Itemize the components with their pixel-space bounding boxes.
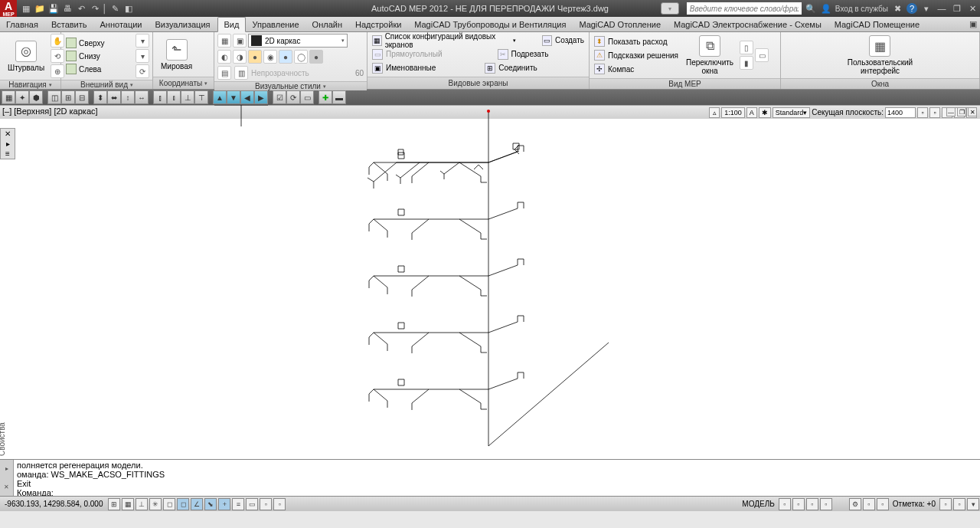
tab-magicad-электроснабжение---схемы[interactable]: MagiCAD Электроснабжение - Схемы: [668, 17, 828, 31]
tab-надстройки[interactable]: Надстройки: [349, 17, 408, 31]
sb-snap-icon[interactable]: ⊞: [108, 498, 120, 510]
cmdline-handle[interactable]: ▸✕: [0, 460, 14, 496]
vport-named[interactable]: ▣Именованные⊞Соединить: [371, 61, 586, 74]
switch-windows-button[interactable]: ⧉ Переключить окна: [681, 34, 738, 77]
vs-btn2-icon[interactable]: ▣: [233, 34, 247, 48]
qat-item2-icon[interactable]: ◧: [122, 2, 135, 15]
search-go-icon[interactable]: 🔍: [805, 2, 817, 15]
sb-dyn-icon[interactable]: +: [218, 498, 230, 510]
help-icon[interactable]: ?: [906, 3, 917, 14]
sb-m2-icon[interactable]: ▫: [792, 498, 805, 510]
ribbon-collapse-icon[interactable]: ▣: [966, 17, 980, 31]
status-model[interactable]: МОДЕЛЬ: [739, 500, 777, 508]
sb-g2-icon[interactable]: ▫: [863, 498, 875, 510]
mep-sm1-icon[interactable]: ▯: [740, 41, 753, 54]
minimize-icon[interactable]: —: [936, 2, 948, 15]
vs-c-icon[interactable]: ●: [248, 50, 262, 64]
sb-otrack-icon[interactable]: ∠: [191, 498, 203, 510]
close-icon[interactable]: ✕: [966, 2, 978, 15]
tb-6-icon[interactable]: ⊟: [75, 90, 89, 104]
sb-ortho-icon[interactable]: ⊥: [136, 498, 148, 510]
qat-save-icon[interactable]: 💾: [47, 2, 60, 15]
user-interface-button[interactable]: ▦ Пользовательский интерфейс: [843, 34, 917, 77]
sb-g3-icon[interactable]: ▫: [877, 498, 889, 510]
tab-управление[interactable]: Управление: [246, 17, 305, 31]
world-ucs-button[interactable]: ⬑ Мировая: [156, 38, 197, 72]
view-dd1-icon[interactable]: ▾: [136, 34, 149, 48]
qat-open-icon[interactable]: 📁: [34, 2, 46, 15]
sb-qp-icon[interactable]: ▭: [246, 498, 258, 510]
tb-15-icon[interactable]: ▲: [213, 90, 227, 104]
tb-7-icon[interactable]: ⬍: [93, 90, 107, 104]
tb-10-icon[interactable]: ↔: [135, 90, 149, 104]
mep-flow[interactable]: ⬍Показать расход: [593, 35, 680, 48]
tb-13-icon[interactable]: ⊥: [181, 90, 194, 104]
qat-undo-icon[interactable]: ↶: [75, 2, 87, 15]
panel-navigation[interactable]: Навигация: [0, 80, 60, 89]
login-link[interactable]: Вход в службы: [835, 5, 888, 13]
tb-5-icon[interactable]: ⊞: [61, 90, 75, 104]
tb-23-icon[interactable]: ▬: [332, 90, 346, 104]
tab-magicad-трубопроводы-и-вентиляция[interactable]: MagiCAD Трубопроводы и Вентиляция: [408, 17, 573, 31]
sb-osnap-icon[interactable]: ◻: [163, 498, 175, 510]
sb-m4-icon[interactable]: ▫: [820, 498, 832, 510]
sb-grid-icon[interactable]: ▦: [122, 498, 134, 510]
mep-compass[interactable]: ✢Компас: [593, 63, 680, 76]
workspace-dropdown[interactable]: ▾: [661, 2, 679, 15]
view-bottom[interactable]: Снизу: [64, 50, 106, 62]
tab-magicad-отопление[interactable]: MagiCAD Отопление: [573, 17, 668, 31]
panel-visual-styles[interactable]: Визуальные стили: [214, 81, 367, 90]
command-line[interactable]: полняется регенерация модели.оманда: WS_…: [14, 460, 980, 496]
sb-ducs-icon[interactable]: ⬊: [204, 498, 217, 510]
qat-item-icon[interactable]: ✎: [109, 2, 121, 15]
sb-lw-icon[interactable]: ≡: [232, 498, 244, 510]
sb-r2-icon[interactable]: ▫: [953, 498, 965, 510]
sb-r3-icon[interactable]: ▾: [967, 498, 979, 510]
steering-wheel-button[interactable]: ◎ Штурвалы: [3, 39, 49, 74]
vport-config-list[interactable]: ▦Список конфигураций видовых экранов▾▭Со…: [371, 34, 586, 47]
tb-11-icon[interactable]: ⫿: [153, 90, 167, 104]
sb-m1-icon[interactable]: ▫: [779, 498, 791, 510]
vs-h-icon[interactable]: ▤: [217, 66, 231, 80]
tab-онлайн[interactable]: Онлайн: [306, 17, 349, 31]
panel-coordinates[interactable]: Координаты: [153, 77, 214, 89]
app-logo[interactable]: MEP: [0, 0, 17, 17]
view-left[interactable]: Слева: [64, 63, 106, 75]
search-input[interactable]: [687, 2, 802, 15]
tab-вставить[interactable]: Вставить: [45, 17, 94, 31]
tb-3-icon[interactable]: ⬢: [29, 90, 43, 104]
panel-windows[interactable]: Окна: [781, 78, 979, 89]
tab-аннотации[interactable]: Аннотации: [94, 17, 149, 31]
tb-9-icon[interactable]: ↕: [121, 90, 135, 104]
tb-12-icon[interactable]: ⫾: [167, 90, 181, 104]
panel-mep-view[interactable]: Вид MEP: [590, 78, 780, 89]
view-refresh-icon[interactable]: ⟳: [136, 64, 149, 78]
tab-главная[interactable]: Главная: [0, 17, 45, 31]
status-elevation[interactable]: Отметка: +0: [890, 500, 939, 508]
vs-f-icon[interactable]: ◯: [294, 50, 308, 64]
maximize-icon[interactable]: ❐: [951, 2, 963, 15]
vs-i-icon[interactable]: ▥: [234, 66, 248, 80]
view-dd2-icon[interactable]: ▾: [136, 49, 149, 63]
qat-redo-icon[interactable]: ↷: [89, 2, 101, 15]
sb-g1-icon[interactable]: ⚙: [849, 498, 861, 510]
visual-style-select[interactable]: 2D каркас▾: [248, 34, 348, 48]
sb-sc-icon[interactable]: ▫: [260, 498, 272, 510]
help-dd-icon[interactable]: ▾: [920, 2, 933, 15]
tb-17-icon[interactable]: ◀: [240, 90, 254, 104]
exchange-icon[interactable]: ✖: [891, 2, 903, 15]
tab-визуализация[interactable]: Визуализация: [149, 17, 217, 31]
tab-magicad-помещение[interactable]: MagiCAD Помещение: [828, 17, 926, 31]
tb-14-icon[interactable]: ⊤: [194, 90, 208, 104]
tb-19-icon[interactable]: ☑: [273, 90, 286, 104]
sb-polar-icon[interactable]: ✳: [149, 498, 162, 510]
tb-16-icon[interactable]: ▼: [227, 90, 240, 104]
mep-hints[interactable]: ⚠Подсказки решения: [593, 49, 680, 62]
vs-d-icon[interactable]: ◉: [263, 50, 277, 64]
panel-appearance[interactable]: Внешний вид: [61, 80, 152, 89]
mep-sm2-icon[interactable]: ▮: [740, 56, 753, 70]
vs-e-icon[interactable]: ●: [279, 50, 292, 64]
tb-20-icon[interactable]: ⟳: [286, 90, 300, 104]
sb-m3-icon[interactable]: ▫: [806, 498, 818, 510]
tb-21-icon[interactable]: ▭: [300, 90, 314, 104]
